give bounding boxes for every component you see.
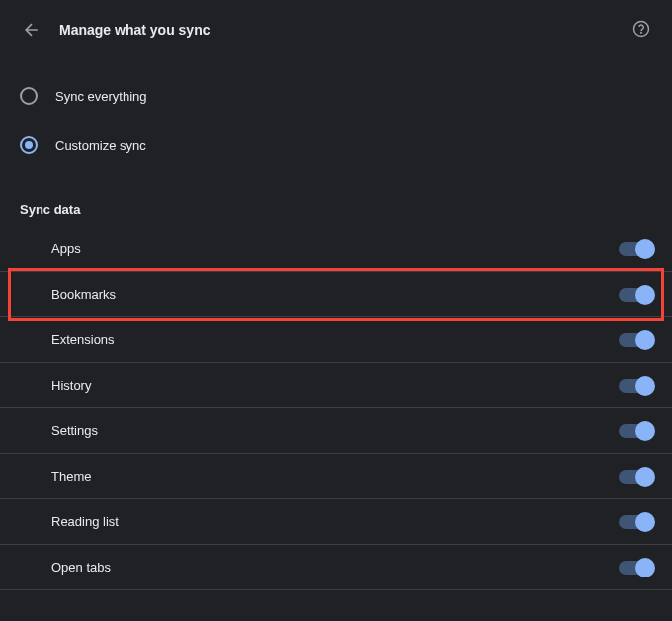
arrow-left-icon bbox=[22, 20, 42, 40]
sync-item-label: History bbox=[51, 378, 91, 393]
radio-label: Customize sync bbox=[55, 138, 146, 153]
sync-item-row: Extensions bbox=[0, 317, 672, 363]
toggle-thumb-icon bbox=[635, 285, 655, 305]
sync-item-row: History bbox=[0, 363, 672, 408]
toggle-thumb-icon bbox=[635, 376, 655, 396]
sync-item-label: Extensions bbox=[51, 332, 115, 347]
help-icon bbox=[632, 20, 650, 38]
radio-customize-sync[interactable]: Customize sync bbox=[0, 121, 672, 170]
sync-item-row: Reading list bbox=[0, 499, 672, 545]
svg-point-0 bbox=[634, 22, 649, 37]
radio-label: Sync everything bbox=[55, 89, 147, 104]
toggle-thumb-icon bbox=[635, 421, 655, 441]
toggle-switch[interactable] bbox=[619, 379, 652, 393]
sync-item-row: Bookmarks bbox=[0, 272, 672, 317]
sync-item-row: Settings bbox=[0, 408, 672, 454]
toggle-switch[interactable] bbox=[619, 333, 652, 347]
svg-point-1 bbox=[641, 32, 642, 33]
back-button[interactable] bbox=[20, 18, 43, 42]
toggle-thumb-icon bbox=[635, 330, 655, 350]
radio-inner-icon bbox=[25, 141, 33, 149]
sync-item-label: Settings bbox=[51, 423, 98, 438]
toggle-thumb-icon bbox=[635, 239, 655, 259]
list-item: Open tabs bbox=[0, 545, 672, 590]
radio-icon bbox=[20, 87, 38, 105]
sync-item-label: Reading list bbox=[51, 514, 119, 529]
list-item: Reading list bbox=[0, 499, 672, 545]
sync-item-label: Open tabs bbox=[51, 560, 111, 575]
toggle-thumb-icon bbox=[635, 558, 655, 577]
list-item: Theme bbox=[0, 454, 672, 499]
toggle-thumb-icon bbox=[635, 512, 655, 532]
list-item: Settings bbox=[0, 408, 672, 454]
toggle-switch[interactable] bbox=[619, 424, 652, 438]
sync-item-label: Bookmarks bbox=[51, 287, 116, 302]
list-item: Bookmarks bbox=[0, 272, 672, 317]
toggle-switch[interactable] bbox=[619, 242, 652, 256]
list-item: Apps bbox=[0, 226, 672, 272]
sync-item-row: Open tabs bbox=[0, 545, 672, 590]
toggle-switch[interactable] bbox=[619, 561, 652, 575]
sync-item-row: Apps bbox=[0, 226, 672, 272]
radio-icon bbox=[20, 136, 38, 154]
toggle-switch[interactable] bbox=[619, 288, 652, 302]
section-title: Sync data bbox=[0, 182, 672, 226]
list-item: Extensions bbox=[0, 317, 672, 363]
toggle-switch[interactable] bbox=[619, 470, 652, 484]
list-item: History bbox=[0, 363, 672, 408]
toggle-switch[interactable] bbox=[619, 515, 652, 529]
page-title: Manage what you sync bbox=[59, 22, 632, 38]
radio-sync-everything[interactable]: Sync everything bbox=[0, 71, 672, 121]
sync-item-label: Apps bbox=[51, 241, 81, 256]
sync-data-list: AppsBookmarksExtensionsHistorySettingsTh… bbox=[0, 226, 672, 590]
sync-item-label: Theme bbox=[51, 469, 91, 484]
toggle-thumb-icon bbox=[635, 467, 655, 487]
sync-item-row: Theme bbox=[0, 454, 672, 499]
help-button[interactable] bbox=[632, 20, 652, 40]
